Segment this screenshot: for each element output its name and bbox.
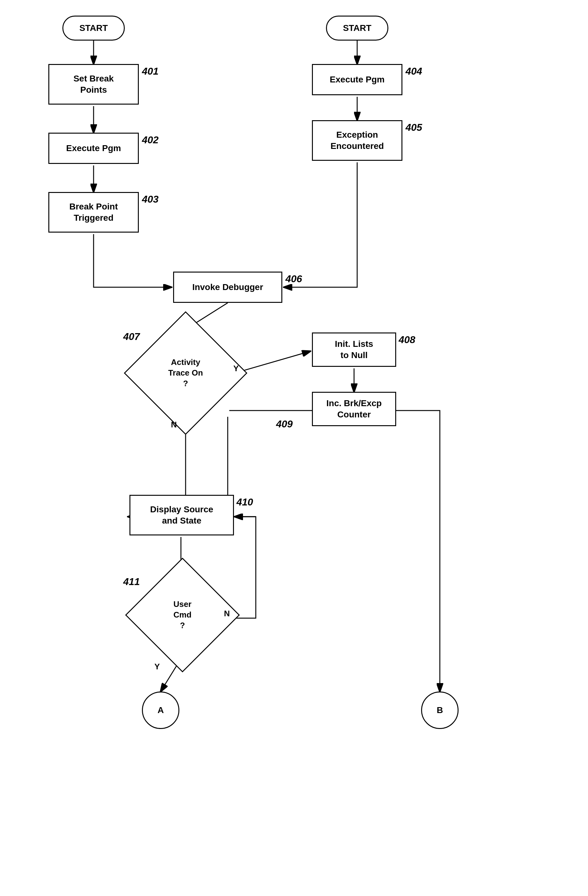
arrow-label-n2: N	[224, 609, 230, 619]
n407-text: ActivityTrace On?	[142, 329, 229, 417]
circleA-label: A	[158, 705, 164, 716]
circleB-node: B	[421, 692, 459, 729]
n410-node: Display Sourceand State	[129, 495, 234, 535]
n411-text: UserCmd?	[142, 574, 223, 655]
start1-label: START	[79, 23, 108, 34]
n408-number: 408	[399, 334, 415, 346]
n404-number: 404	[406, 66, 422, 77]
n401-number: 401	[142, 66, 158, 77]
n409-label: Inc. Brk/ExcpCounter	[326, 398, 381, 421]
start2-label: START	[343, 23, 371, 34]
n406-node: Invoke Debugger	[173, 271, 282, 303]
n408-node: Init. Liststo Null	[312, 332, 396, 367]
n401-label: Set BreakPoints	[73, 73, 114, 96]
n406-number: 406	[286, 273, 302, 285]
n403-node: Break PointTriggered	[49, 192, 139, 233]
n402-node: Execute Pgm	[49, 133, 139, 164]
arrow-label-y1: Y	[233, 364, 239, 373]
arrow-label-y2: Y	[154, 662, 160, 672]
n405-number: 405	[406, 122, 422, 133]
n410-label: Display Sourceand State	[150, 504, 213, 527]
n403-label: Break PointTriggered	[69, 201, 118, 224]
n402-number: 402	[142, 134, 158, 146]
n402-label: Execute Pgm	[66, 143, 121, 154]
n409-number: 409	[276, 418, 293, 430]
circleB-label: B	[437, 705, 443, 716]
n407-number: 407	[123, 331, 140, 343]
n403-number: 403	[142, 194, 158, 205]
diagram-container: START START Set BreakPoints 401 Execute …	[0, 0, 588, 896]
n405-node: ExceptionEncountered	[312, 120, 403, 161]
arrow-label-n1: N	[171, 420, 177, 430]
start1-node: START	[62, 15, 125, 41]
n409-node: Inc. Brk/ExcpCounter	[312, 392, 396, 426]
n405-label: ExceptionEncountered	[330, 129, 384, 152]
n411-number: 411	[123, 576, 140, 588]
n410-number: 410	[237, 497, 253, 508]
n401-node: Set BreakPoints	[49, 64, 139, 105]
n404-node: Execute Pgm	[312, 64, 403, 95]
n406-label: Invoke Debugger	[192, 282, 263, 293]
n408-label: Init. Liststo Null	[335, 338, 374, 361]
circleA-node: A	[142, 692, 179, 729]
n404-label: Execute Pgm	[330, 74, 384, 85]
n411-node: UserCmd?	[142, 574, 223, 655]
start2-node: START	[326, 15, 388, 41]
n407-node: ActivityTrace On?	[142, 329, 229, 417]
